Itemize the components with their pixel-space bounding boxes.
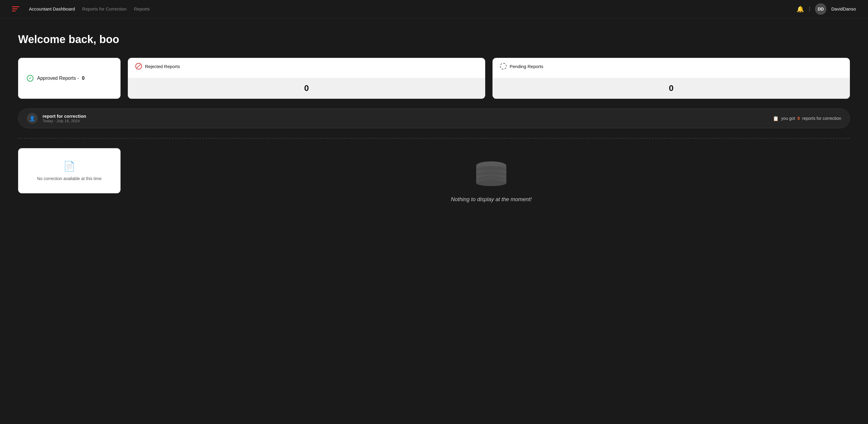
slash-circle-icon — [135, 63, 142, 70]
bottom-section: 📄 No correction available at this time N… — [18, 148, 850, 215]
document-icon: 📄 — [63, 161, 75, 172]
database-icon — [475, 160, 508, 190]
correction-banner[interactable]: 👤 report for correction Today - July 16,… — [18, 108, 850, 128]
correction-summary-suffix: reports for correction — [802, 116, 841, 121]
nav-divider: | — [809, 6, 810, 12]
welcome-heading: Welcome back, boo — [18, 33, 850, 46]
approved-reports-card: Approved Reports - 0 — [18, 58, 121, 99]
navbar-left: Accountant Dashboard Reports for Correct… — [12, 6, 150, 11]
pending-reports-card: Pending Reports 0 — [493, 58, 850, 99]
nav-links: Accountant Dashboard Reports for Correct… — [29, 6, 150, 11]
correction-count: 0 — [798, 116, 800, 121]
navbar-right: 🔔 | DD DavidDanso — [797, 3, 856, 15]
rejected-card-header: Rejected Reports — [128, 58, 485, 74]
main-content: Welcome back, boo Approved Reports - 0 R… — [0, 18, 868, 230]
rejected-value: 0 — [128, 78, 485, 98]
notification-bell[interactable]: 🔔 — [797, 5, 804, 13]
empty-state-text: Nothing to display at the moment! — [451, 196, 532, 203]
correction-banner-right: 📋 you got 0 reports for correction — [773, 116, 841, 121]
correction-info: report for correction Today - July 16, 2… — [42, 113, 86, 123]
no-correction-card: 📄 No correction available at this time — [18, 148, 121, 193]
correction-title: report for correction — [42, 113, 86, 119]
rejected-label: Rejected Reports — [145, 64, 180, 69]
avatar-initials: DD — [818, 7, 824, 11]
correction-person-icon: 👤 — [27, 113, 38, 124]
nav-link-reports-correction[interactable]: Reports for Correction — [82, 6, 127, 11]
check-circle-icon — [27, 75, 33, 81]
avatar[interactable]: DD — [815, 3, 827, 15]
svg-point-8 — [476, 180, 506, 186]
approved-inline: Approved Reports - 0 — [37, 75, 85, 81]
menu-icon[interactable] — [12, 6, 19, 11]
no-correction-text: No correction available at this time — [37, 176, 101, 181]
correction-banner-left: 👤 report for correction Today - July 16,… — [27, 113, 86, 124]
rejected-reports-card: Rejected Reports 0 — [128, 58, 485, 99]
nav-link-dashboard[interactable]: Accountant Dashboard — [29, 6, 75, 11]
spinner-icon — [500, 63, 507, 70]
approved-value: 0 — [82, 75, 85, 81]
navbar: Accountant Dashboard Reports for Correct… — [0, 0, 868, 18]
section-divider — [18, 138, 850, 138]
pending-card-header: Pending Reports — [493, 58, 849, 74]
report-doc-icon: 📋 — [773, 116, 779, 121]
correction-date: Today - July 16, 2024 — [42, 119, 86, 123]
stats-row: Approved Reports - 0 Rejected Reports 0 … — [18, 58, 850, 99]
pending-label: Pending Reports — [510, 64, 544, 69]
username-label[interactable]: DavidDanso — [831, 6, 856, 11]
nav-link-reports[interactable]: Reports — [134, 6, 150, 11]
correction-summary-prefix: you got — [781, 116, 795, 121]
bell-icon: 🔔 — [797, 5, 804, 13]
approved-label: Approved Reports - — [37, 75, 79, 81]
pending-value: 0 — [493, 78, 849, 98]
empty-state: Nothing to display at the moment! — [133, 148, 850, 215]
